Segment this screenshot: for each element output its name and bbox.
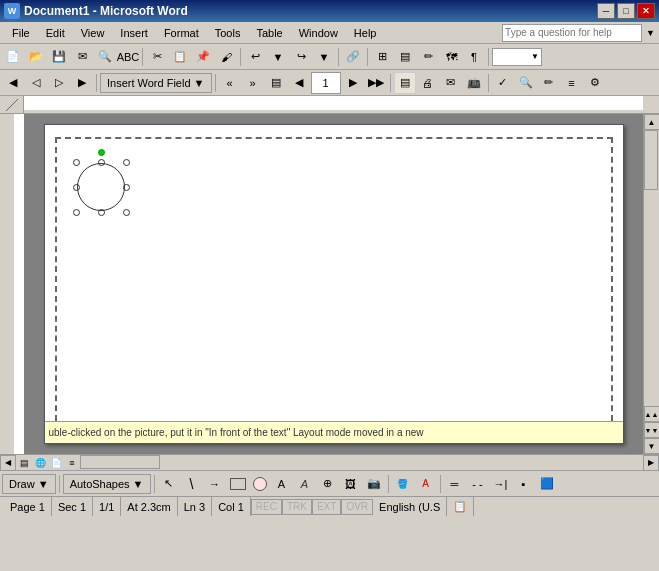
merge-btn4[interactable]: ◀ [288, 72, 310, 94]
shape-container[interactable] [67, 153, 137, 223]
menu-insert[interactable]: Insert [112, 22, 156, 43]
merge-settings[interactable]: ⚙ [584, 72, 606, 94]
redo-arrow[interactable]: ▼ [313, 46, 335, 68]
view-print-button[interactable]: 📄 [48, 455, 64, 471]
format-painter-button[interactable]: 🖌 [215, 46, 237, 68]
textbox-button[interactable]: A [271, 473, 293, 495]
clipart-button[interactable]: 🖼 [340, 473, 362, 495]
handle-bottom-right[interactable] [123, 209, 130, 216]
3d-button[interactable]: 🟦 [536, 473, 558, 495]
docmap-button[interactable]: 🗺 [440, 46, 462, 68]
save-button[interactable]: 💾 [48, 46, 70, 68]
table-button[interactable]: ⊞ [371, 46, 393, 68]
hscroll-right-button[interactable]: ▶ [643, 455, 659, 471]
oval-button[interactable] [253, 477, 267, 491]
merge-btn1[interactable]: « [219, 72, 241, 94]
zoom-control[interactable]: 100% ▼ [492, 48, 542, 66]
status-rec[interactable]: REC [251, 499, 282, 515]
status-trk[interactable]: TRK [282, 499, 312, 515]
redo-button[interactable]: ↪ [290, 46, 312, 68]
picture-button[interactable]: 📷 [363, 473, 385, 495]
tb2-btn2[interactable]: ◁ [25, 72, 47, 94]
hscroll-thumb[interactable] [80, 455, 160, 469]
hscroll-left-button[interactable]: ◀ [0, 455, 16, 471]
tb2-btn4[interactable]: ▶ [71, 72, 93, 94]
arrow-style-button[interactable]: →| [490, 473, 512, 495]
line-button[interactable]: \ [181, 473, 203, 495]
paste-button[interactable]: 📌 [192, 46, 214, 68]
menu-tools[interactable]: Tools [207, 22, 249, 43]
merge-to-fax[interactable]: 📠 [463, 72, 485, 94]
scroll-track[interactable] [644, 130, 659, 406]
wordart-button[interactable]: A [294, 473, 316, 495]
hyperlink-button[interactable]: 🔗 [342, 46, 364, 68]
merge-check[interactable]: ✓ [492, 72, 514, 94]
view-normal-button[interactable]: ▤ [16, 455, 32, 471]
merge-data[interactable]: ≡ [561, 72, 583, 94]
open-button[interactable]: 📂 [25, 46, 47, 68]
handle-top-left[interactable] [73, 159, 80, 166]
circle-shape[interactable] [77, 163, 125, 211]
cut-button[interactable]: ✂ [146, 46, 168, 68]
merge-input[interactable]: 1 [311, 72, 341, 94]
rectangle-button[interactable] [230, 478, 246, 490]
shadow-button[interactable]: ▪ [513, 473, 535, 495]
draw-button[interactable]: Draw ▼ [2, 474, 56, 494]
minimize-button[interactable]: ─ [597, 3, 615, 19]
menu-format[interactable]: Format [156, 22, 207, 43]
scroll-up-button[interactable]: ▲ [644, 114, 660, 130]
hscroll-track[interactable] [80, 455, 643, 470]
diagram-button[interactable]: ⊕ [317, 473, 339, 495]
email-button[interactable]: ✉ [71, 46, 93, 68]
rotate-handle[interactable] [98, 149, 105, 156]
menu-file[interactable]: File [4, 22, 38, 43]
merge-to-new[interactable]: ▤ [394, 72, 416, 94]
line-style-button[interactable]: ═ [444, 473, 466, 495]
arrow-button[interactable]: → [204, 473, 226, 495]
menu-edit[interactable]: Edit [38, 22, 73, 43]
font-color-button[interactable]: A [415, 473, 437, 495]
undo-button[interactable]: ↩ [244, 46, 266, 68]
merge-find[interactable]: 🔍 [515, 72, 537, 94]
autoshapes-button[interactable]: AutoShapes ▼ [63, 474, 151, 494]
menu-help[interactable]: Help [346, 22, 385, 43]
undo-arrow[interactable]: ▼ [267, 46, 289, 68]
new-button[interactable]: 📄 [2, 46, 24, 68]
title-bar-controls[interactable]: ─ □ ✕ [597, 3, 655, 19]
view-web-button[interactable]: 🌐 [32, 455, 48, 471]
zoom-dropdown-icon[interactable]: ▼ [529, 52, 541, 61]
fill-color-button[interactable]: 🪣 [392, 473, 414, 495]
merge-btn3[interactable]: ▤ [265, 72, 287, 94]
merge-to-email[interactable]: ✉ [440, 72, 462, 94]
scroll-page-down[interactable]: ▼▼ [644, 422, 660, 438]
spell-check-button[interactable]: ABC [117, 46, 139, 68]
handle-bottom-left[interactable] [73, 209, 80, 216]
show-hide-button[interactable]: ¶ [463, 46, 485, 68]
view-outline-button[interactable]: ≡ [64, 455, 80, 471]
scroll-down-button[interactable]: ▼ [644, 438, 660, 454]
select-object-button[interactable]: ↖ [158, 473, 180, 495]
col-button[interactable]: ▤ [394, 46, 416, 68]
handle-top-right[interactable] [123, 159, 130, 166]
scroll-page-up[interactable]: ▲▲ [644, 406, 660, 422]
insert-word-field-button[interactable]: Insert Word Field ▼ [100, 73, 212, 93]
status-ext[interactable]: EXT [312, 499, 341, 515]
menu-view[interactable]: View [73, 22, 113, 43]
merge-to-printer[interactable]: 🖨 [417, 72, 439, 94]
horizontal-scrollbar[interactable]: ◀ ▤ 🌐 📄 ≡ ▶ [0, 454, 659, 470]
dash-style-button[interactable]: - - [467, 473, 489, 495]
merge-btn5[interactable]: ▶ [342, 72, 364, 94]
zoom-input[interactable]: 100% [493, 49, 529, 65]
print-preview-button[interactable]: 🔍 [94, 46, 116, 68]
copy-button[interactable]: 📋 [169, 46, 191, 68]
close-button[interactable]: ✕ [637, 3, 655, 19]
vertical-scrollbar[interactable]: ▲ ▲▲ ▼▼ ▼ [643, 114, 659, 454]
search-input[interactable] [502, 24, 642, 42]
merge-edit[interactable]: ✏ [538, 72, 560, 94]
merge-btn2[interactable]: » [242, 72, 264, 94]
tb2-btn3[interactable]: ▷ [48, 72, 70, 94]
menu-table[interactable]: Table [248, 22, 290, 43]
drawing-button[interactable]: ✏ [417, 46, 439, 68]
status-ovr[interactable]: OVR [341, 499, 373, 515]
maximize-button[interactable]: □ [617, 3, 635, 19]
